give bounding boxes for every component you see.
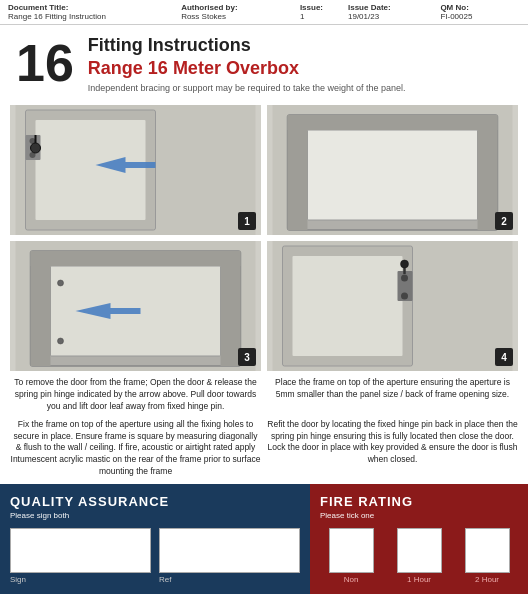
svg-rect-2 <box>36 120 146 220</box>
sign-box-wrap: Sign <box>10 528 151 584</box>
step-2-number: 2 <box>495 212 513 230</box>
issue-info: Issue: 1 <box>300 3 338 21</box>
caption-1: To remove the door from the frame; Open … <box>10 377 261 413</box>
subtitle-text: Independent bracing or support may be re… <box>88 83 406 93</box>
authorised-by: Authorised by: Ross Stokes <box>181 3 290 21</box>
image-grid: 1 2 3 <box>0 99 528 377</box>
captions-grid: To remove the door from the frame; Open … <box>0 377 528 484</box>
fire-title: FIRE RATING <box>320 494 518 509</box>
qm-no: QM No: FI-00025 <box>440 3 510 21</box>
svg-rect-12 <box>288 115 308 230</box>
fire-option-2hour: 2 Hour <box>465 528 510 584</box>
caption-3: Fix the frame on top of the aperture usi… <box>10 419 261 478</box>
title-section: 16 Fitting Instructions Range 16 Meter O… <box>0 25 528 99</box>
ref-box[interactable] <box>159 528 300 573</box>
fire-checkbox-non[interactable] <box>329 528 374 573</box>
step-4-number: 4 <box>495 348 513 366</box>
fire-option-1hour: 1 Hour <box>397 528 442 584</box>
ref-box-wrap: Ref <box>159 528 300 584</box>
qa-boxes: Sign Ref <box>10 528 300 584</box>
svg-point-22 <box>58 280 64 286</box>
fire-checkbox-1hour[interactable] <box>397 528 442 573</box>
step-3-image: 3 <box>10 241 261 371</box>
step-number-large: 16 <box>16 37 74 89</box>
step-2-image: 2 <box>267 105 518 235</box>
fire-label-1hour: 1 Hour <box>407 575 431 584</box>
step-1-number: 1 <box>238 212 256 230</box>
svg-point-7 <box>31 143 41 153</box>
fire-label-non: Non <box>344 575 359 584</box>
svg-rect-26 <box>293 256 403 356</box>
sign-box[interactable] <box>10 528 151 573</box>
fire-option-non: Non <box>329 528 374 584</box>
caption-2: Place the frame on top of the aperture e… <box>267 377 518 413</box>
svg-rect-18 <box>31 251 51 366</box>
caption-4: Refit the door by locating the fixed hin… <box>267 419 518 478</box>
fire-rating-section: FIRE RATING Please tick one Non 1 Hour 2… <box>310 484 528 594</box>
step-4-image: 4 <box>267 241 518 371</box>
step-3-number: 3 <box>238 348 256 366</box>
sign-label: Sign <box>10 575 151 584</box>
svg-rect-20 <box>31 251 241 266</box>
svg-rect-14 <box>288 115 498 130</box>
svg-point-29 <box>401 293 408 300</box>
qa-section: QUALITY ASSURANCE Please sign both Sign … <box>0 484 310 594</box>
svg-rect-11 <box>308 130 478 220</box>
step-1-image: 1 <box>10 105 261 235</box>
sub-heading: Range 16 Meter Overbox <box>88 58 406 79</box>
title-text-block: Fitting Instructions Range 16 Meter Over… <box>88 35 406 93</box>
fire-checkbox-2hour[interactable] <box>465 528 510 573</box>
fire-subtitle: Please tick one <box>320 511 518 520</box>
svg-point-31 <box>401 260 409 268</box>
qa-title: QUALITY ASSURANCE <box>10 494 300 509</box>
issue-date: Issue Date: 19/01/23 <box>348 3 430 21</box>
doc-title-label: Document Title: Range 16 Fitting Instruc… <box>8 3 171 21</box>
bottom-section: QUALITY ASSURANCE Please sign both Sign … <box>0 484 528 594</box>
main-heading: Fitting Instructions <box>88 35 406 56</box>
document-header: Document Title: Range 16 Fitting Instruc… <box>0 0 528 25</box>
qa-subtitle: Please sign both <box>10 511 300 520</box>
svg-point-23 <box>58 338 64 344</box>
ref-label: Ref <box>159 575 300 584</box>
svg-point-28 <box>401 275 408 282</box>
fire-boxes: Non 1 Hour 2 Hour <box>320 528 518 584</box>
fire-label-2hour: 2 Hour <box>475 575 499 584</box>
